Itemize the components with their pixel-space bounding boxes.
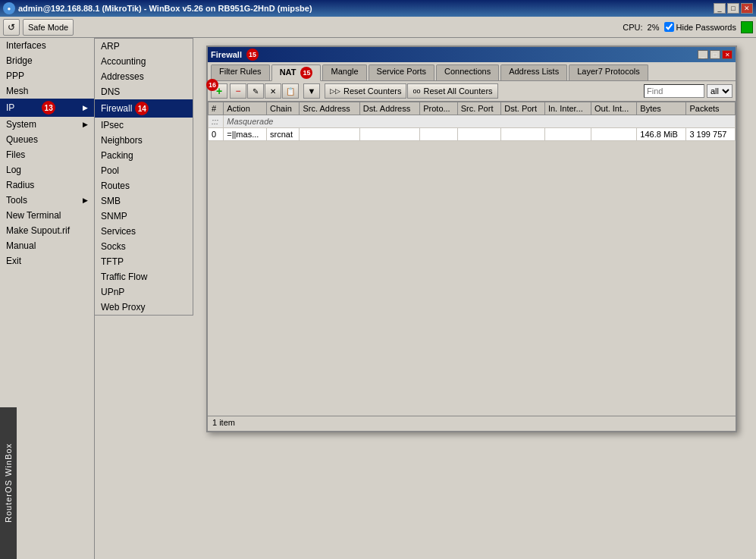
submenu-item-web-proxy[interactable]: Web Proxy bbox=[95, 300, 193, 315]
submenu-item-label: ARP bbox=[101, 41, 120, 52]
find-select[interactable]: all bbox=[707, 84, 732, 98]
sidebar-item-label: Files bbox=[6, 149, 25, 160]
submenu-item-label: Firewall bbox=[101, 103, 132, 114]
group-row-masquerade[interactable]: ::: Masquerade bbox=[209, 115, 736, 128]
submenu-item-addresses[interactable]: Addresses bbox=[95, 69, 193, 84]
submenu-item-upnp[interactable]: UPnP bbox=[95, 284, 193, 300]
tab-address-lists[interactable]: Address Lists bbox=[500, 64, 567, 80]
submenu-item-traffic-flow[interactable]: Traffic Flow bbox=[95, 269, 193, 284]
submenu-item-ipsec[interactable]: IPsec bbox=[95, 118, 193, 133]
sidebar-item-exit[interactable]: Exit bbox=[0, 253, 94, 269]
sidebar-item-label: PPP bbox=[6, 71, 24, 81]
tab-connections[interactable]: Connections bbox=[436, 64, 499, 80]
submenu-item-accounting[interactable]: Accounting bbox=[95, 54, 193, 69]
firewall-minimize-button[interactable]: _ bbox=[698, 50, 708, 59]
group-handle: ::: bbox=[209, 115, 224, 128]
cpu-info: CPU: 2% Hide Passwords bbox=[623, 21, 753, 33]
col-dst-port: Dst. Port bbox=[501, 102, 545, 115]
submenu-item-label: SNMP bbox=[101, 211, 127, 221]
hide-passwords-checkbox[interactable] bbox=[664, 22, 674, 32]
submenu-item-tftp[interactable]: TFTP bbox=[95, 254, 193, 269]
copy-rule-button[interactable]: ✕ bbox=[265, 83, 281, 99]
sidebar-item-label: Tools bbox=[6, 195, 27, 206]
submenu-item-snmp[interactable]: SNMP bbox=[95, 209, 193, 224]
find-input[interactable] bbox=[644, 84, 704, 98]
reset-counters-button[interactable]: ▷▷ Reset Counters bbox=[325, 83, 406, 99]
hide-passwords-section[interactable]: Hide Passwords bbox=[664, 22, 736, 32]
sidebar-item-tools[interactable]: Tools ▶ bbox=[0, 193, 94, 208]
submenu-item-label: DNS bbox=[101, 86, 120, 97]
sidebar-item-files[interactable]: Files bbox=[0, 147, 94, 162]
submenu-item-smb[interactable]: SMB bbox=[95, 193, 193, 209]
sidebar-item-radius[interactable]: Radius bbox=[0, 177, 94, 193]
title-bar-left: ● admin@192.168.88.1 (MikroTik) - WinBox… bbox=[3, 2, 312, 14]
tab-mangle-label: Mangle bbox=[331, 67, 358, 76]
sidebar-item-make-supout[interactable]: Make Supout.rif bbox=[0, 223, 94, 238]
firewall-close-button[interactable]: ✕ bbox=[722, 50, 732, 59]
filter-button[interactable]: ▼ bbox=[303, 83, 320, 99]
submenu-item-arp[interactable]: ARP bbox=[95, 39, 193, 54]
tab-filter-rules[interactable]: Filter Rules bbox=[211, 64, 270, 80]
firewall-title-controls[interactable]: _ □ ✕ bbox=[698, 50, 732, 59]
submenu-item-routes[interactable]: Routes bbox=[95, 178, 193, 193]
submenu-item-label: TFTP bbox=[101, 256, 124, 267]
find-section: all bbox=[644, 84, 732, 98]
sidebar-item-mesh[interactable]: Mesh bbox=[0, 83, 94, 99]
reset-all-counters-label: Reset All Counters bbox=[423, 86, 492, 96]
sidebar-item-queues[interactable]: Queues bbox=[0, 132, 94, 147]
title-bar-controls[interactable]: _ □ ✕ bbox=[714, 3, 753, 14]
firewall-title: Firewall bbox=[211, 50, 242, 59]
table-row[interactable]: 0 =||mas... srcnat 146.8 MiB 3 199 757 bbox=[209, 128, 736, 141]
tab-service-ports-label: Service Ports bbox=[377, 67, 426, 76]
submenu-item-dns[interactable]: DNS bbox=[95, 84, 193, 99]
col-src-address: Src. Address bbox=[300, 102, 359, 115]
sidebar-item-label: Log bbox=[6, 165, 21, 175]
close-button[interactable]: ✕ bbox=[741, 3, 753, 14]
sidebar-item-bridge[interactable]: Bridge bbox=[0, 53, 94, 68]
submenu-item-neighbors[interactable]: Neighbors bbox=[95, 133, 193, 148]
tab-nat[interactable]: NAT 15 bbox=[271, 64, 322, 81]
sidebar-item-ppp[interactable]: PPP bbox=[0, 68, 94, 83]
submenu-item-label: Services bbox=[101, 226, 136, 237]
submenu-item-label: Accounting bbox=[101, 56, 146, 67]
system-arrow-icon: ▶ bbox=[83, 121, 88, 128]
submenu-item-pool[interactable]: Pool bbox=[95, 163, 193, 178]
submenu-item-socks[interactable]: Socks bbox=[95, 239, 193, 254]
firewall-table-wrap: # Action Chain Src. Address Dst. Address… bbox=[208, 102, 736, 394]
safe-mode-button[interactable]: Safe Mode bbox=[23, 19, 74, 36]
connection-indicator bbox=[741, 21, 753, 33]
reset-all-counters-button[interactable]: oo Reset All Counters bbox=[407, 83, 497, 99]
maximize-button[interactable]: □ bbox=[727, 3, 739, 14]
main-toolbar: ↺ Safe Mode CPU: 2% Hide Passwords bbox=[0, 17, 756, 38]
firewall-title-bar: Firewall 15 _ □ ✕ bbox=[208, 47, 736, 62]
col-proto: Proto... bbox=[420, 102, 457, 115]
sidebar-item-log[interactable]: Log bbox=[0, 162, 94, 177]
sidebar-item-ip[interactable]: IP 13 ▶ bbox=[0, 99, 94, 117]
sidebar-item-label: Mesh bbox=[6, 86, 28, 96]
submenu-item-firewall[interactable]: Firewall 14 bbox=[95, 99, 193, 118]
sidebar-item-interfaces[interactable]: Interfaces bbox=[0, 38, 94, 53]
sidebar-item-label: Exit bbox=[6, 256, 21, 266]
col-dst-address: Dst. Address bbox=[359, 102, 419, 115]
sidebar-item-manual[interactable]: Manual bbox=[0, 238, 94, 253]
sidebar-item-label: Bridge bbox=[6, 55, 33, 66]
remove-rule-button[interactable]: − bbox=[230, 83, 246, 99]
cell-packets: 3 199 757 bbox=[686, 128, 736, 141]
tab-mangle[interactable]: Mangle bbox=[322, 64, 366, 80]
submenu-item-packing[interactable]: Packing bbox=[95, 148, 193, 163]
tab-service-ports[interactable]: Service Ports bbox=[369, 64, 434, 80]
submenu-item-label: IPsec bbox=[101, 120, 124, 130]
reset-counters-label: Reset Counters bbox=[343, 86, 401, 96]
sidebar-item-system[interactable]: System ▶ bbox=[0, 117, 94, 132]
cell-num: 0 bbox=[209, 128, 224, 141]
tab-layer7-protocols[interactable]: Layer7 Protocols bbox=[569, 64, 648, 80]
submenu-item-services[interactable]: Services bbox=[95, 224, 193, 239]
edit-rule-button[interactable]: ✎ bbox=[247, 83, 264, 99]
paste-rule-button[interactable]: 📋 bbox=[282, 83, 299, 99]
firewall-table: # Action Chain Src. Address Dst. Address… bbox=[208, 102, 736, 141]
refresh-button[interactable]: ↺ bbox=[3, 19, 20, 36]
sidebar-item-new-terminal[interactable]: New Terminal bbox=[0, 208, 94, 223]
submenu-item-label: Routes bbox=[101, 181, 130, 191]
minimize-button[interactable]: _ bbox=[714, 3, 726, 14]
firewall-maximize-button[interactable]: □ bbox=[710, 50, 720, 59]
